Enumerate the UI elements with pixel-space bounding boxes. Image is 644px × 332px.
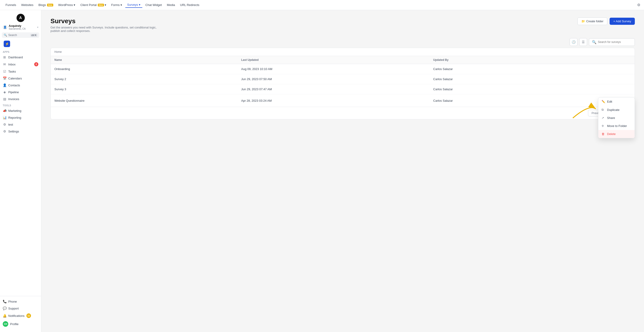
tasks-icon: ☑	[3, 70, 6, 73]
support-icon: 💬	[3, 306, 6, 310]
search-icon: 🔍	[4, 34, 7, 37]
nav-media[interactable]: Media	[165, 2, 177, 8]
search-label: Search	[8, 34, 17, 37]
settings-gear-icon[interactable]: ⚙	[637, 3, 640, 7]
table-row: Survey 2 Jun 29, 2023 07:50 AM Carlos Sa…	[51, 74, 634, 84]
nav-wordpress[interactable]: WordPress ▾	[56, 2, 77, 8]
sidebar-item-label: Marketing	[8, 109, 21, 113]
avatar: CH	[3, 321, 8, 327]
top-navigation: Funnels Websites Blogs New WordPress ▾ C…	[0, 0, 644, 10]
cell-actions	[564, 64, 634, 74]
cell-updated-by: Carlos Salazar	[430, 64, 564, 74]
sidebar-item-reporting[interactable]: 📊 Reporting	[0, 114, 41, 121]
surveys-table-container: Home Name Last Updated Updated By Onboar…	[50, 48, 635, 119]
nav-surveys[interactable]: Surveys ▾	[125, 2, 142, 8]
add-survey-button[interactable]: + Add Survey	[610, 18, 635, 25]
nav-url-redirects[interactable]: URL Redirects	[178, 2, 201, 8]
create-folder-button[interactable]: 📁 Create folder	[578, 18, 607, 25]
sidebar-bottom: 📞 Phone 💬 Support 🔔 Notifications 15 CH …	[0, 296, 41, 330]
pagination: Previous 1 Next	[51, 107, 634, 119]
sidebar-item-test[interactable]: ⚙ test	[0, 121, 41, 128]
page-header: Surveys Get the answers you need with Su…	[50, 18, 635, 33]
cell-updated-by: Carlos Salazar	[430, 74, 564, 84]
delete-icon: 🗑	[602, 132, 605, 136]
history-icon-button[interactable]: 🕒	[570, 38, 578, 46]
inbox-icon: ✉	[3, 63, 6, 66]
account-location: Sacramento, CA	[9, 28, 26, 30]
cell-name: Survey 3	[51, 84, 238, 94]
table-header: Name Last Updated Updated By	[51, 56, 634, 64]
nav-blogs[interactable]: Blogs New	[36, 2, 55, 8]
duplicate-icon: ⧉	[602, 108, 605, 112]
sidebar-item-settings[interactable]: ⚙ Settings	[0, 128, 41, 135]
sidebar-search[interactable]: 🔍 Search ctrl K	[2, 32, 39, 38]
sidebar-item-phone[interactable]: 📞 Phone	[0, 298, 41, 305]
settings-icon: ⚙	[3, 130, 6, 133]
nav-forms[interactable]: Forms ▾	[110, 2, 124, 8]
sidebar: A 👤 Acquirely Sacramento, CA ▾ 🔍 Search …	[0, 10, 41, 332]
edit-label: Edit	[607, 100, 612, 103]
bolt-icon[interactable]: ⚡	[4, 41, 10, 47]
new-badge: New	[47, 4, 53, 7]
survey-search-box[interactable]: 🔍	[589, 38, 635, 46]
sidebar-item-profile[interactable]: CH Profile	[0, 319, 41, 328]
account-icon: 👤	[3, 25, 7, 30]
sidebar-item-dashboard[interactable]: ⊞ Dashboard	[0, 54, 41, 61]
context-menu-edit[interactable]: ✏️ Edit	[598, 98, 634, 106]
sidebar-item-label: Inbox	[8, 63, 16, 66]
cell-actions	[564, 84, 634, 94]
table-toolbar: 🕒 ☰ 🔍	[50, 38, 635, 46]
sidebar-item-label: Tasks	[8, 70, 16, 73]
header-actions: 📁 Create folder + Add Survey	[578, 18, 635, 25]
context-menu-move-to-folder[interactable]: ✛ Move to Folder	[598, 122, 634, 130]
cell-last-updated: Aug 09, 2023 10:10 AM	[238, 64, 430, 74]
dashboard-icon: ⊞	[3, 55, 6, 59]
cell-name: Onboarding	[51, 64, 238, 74]
sidebar-item-label: Calendars	[8, 77, 22, 80]
logo[interactable]: A	[16, 14, 25, 22]
share-icon: ↗	[602, 116, 605, 120]
sidebar-item-marketing[interactable]: 📣 Marketing	[0, 107, 41, 114]
nav-client-portal[interactable]: Client Portal New ▾	[78, 2, 108, 8]
context-menu-delete[interactable]: 🗑 Delete	[598, 130, 634, 138]
notifications-icon: 🔔	[3, 314, 6, 317]
context-menu-duplicate[interactable]: ⧉ Duplicate	[598, 106, 634, 114]
cell-actions	[564, 74, 634, 84]
nav-websites[interactable]: Websites	[19, 2, 35, 8]
apps-section-label: Apps	[0, 49, 41, 54]
sidebar-item-label: Contacts	[8, 84, 20, 87]
cell-last-updated: Apr 28, 2023 03:24 AM	[238, 94, 430, 107]
sidebar-item-pipeline[interactable]: ◈ Pipeline	[0, 89, 41, 96]
nav-funnels[interactable]: Funnels	[4, 2, 18, 8]
survey-rows: Onboarding Aug 09, 2023 10:10 AM Carlos …	[51, 64, 634, 107]
nav-chat-widget[interactable]: Chat Widget	[144, 2, 164, 8]
sidebar-item-label: Notifications	[8, 314, 24, 317]
sidebar-item-label: Pipeline	[8, 91, 19, 94]
sidebar-item-contacts[interactable]: 👤 Contacts	[0, 82, 41, 89]
surveys-table: Name Last Updated Updated By Onboarding …	[51, 56, 634, 107]
context-menu-share[interactable]: ↗ Share	[598, 114, 634, 122]
new-badge-cp: New	[98, 4, 104, 7]
list-view-icon-button[interactable]: ☰	[579, 38, 587, 46]
edit-icon: ✏️	[602, 100, 605, 103]
sidebar-item-label: Phone	[8, 300, 17, 303]
sidebar-item-calendars[interactable]: 📅 Calendars	[0, 75, 41, 82]
sidebar-item-label: Reporting	[8, 116, 21, 119]
sidebar-item-tasks[interactable]: ☑ Tasks	[0, 68, 41, 75]
calendars-icon: 📅	[3, 77, 6, 80]
sidebar-item-notifications[interactable]: 🔔 Notifications 15	[0, 312, 41, 319]
cell-last-updated: Jun 29, 2023 07:50 AM	[238, 74, 430, 84]
survey-search-input[interactable]	[598, 41, 632, 44]
column-last-updated: Last Updated	[238, 56, 430, 64]
context-menu: ✏️ Edit ⧉ Duplicate ↗ Share ✛ Move to Fo…	[598, 97, 635, 138]
account-name: Acquirely	[9, 24, 26, 28]
main-content: Surveys Get the answers you need with Su…	[41, 10, 644, 332]
sidebar-item-inbox[interactable]: ✉ Inbox 0	[0, 61, 41, 68]
account-switcher[interactable]: 👤 Acquirely Sacramento, CA ▾	[0, 23, 41, 32]
move-to-folder-icon: ✛	[602, 124, 605, 128]
sidebar-item-support[interactable]: 💬 Support	[0, 305, 41, 312]
column-updated-by: Updated By	[430, 56, 564, 64]
sidebar-item-invoices[interactable]: ▤ Invoices	[0, 96, 41, 102]
sidebar-item-label: Settings	[8, 130, 19, 133]
notifications-badge: 15	[26, 313, 31, 318]
